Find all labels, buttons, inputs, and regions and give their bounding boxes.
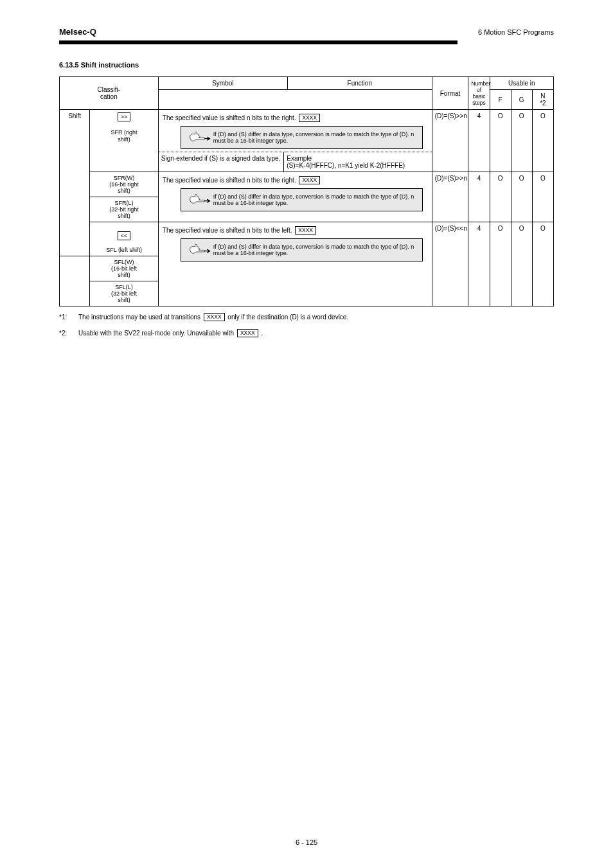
cell-g: O xyxy=(511,172,532,222)
th-usable: Usable in xyxy=(490,77,553,90)
note-text: If (D) and (S) differ in data type, conv… xyxy=(212,193,418,206)
cell-nsteps: 4 xyxy=(468,110,490,172)
footnote: *2: Usable with the SV22 real-mode only.… xyxy=(59,329,554,339)
footnote-text: only if the destination (D) is a word de… xyxy=(227,314,348,321)
th-class: Classifi- cation xyxy=(60,77,159,110)
heavy-rule xyxy=(59,40,458,44)
note-text: If (D) and (S) differ in data type, conv… xyxy=(212,131,418,144)
func-text: The specified value is shifted n bits to… xyxy=(163,114,298,121)
page-number: 6 - 125 xyxy=(0,838,613,846)
sub-left: Sign-extended if (S) is a signed data ty… xyxy=(159,152,284,172)
note-box: If (D) and (S) differ in data type, conv… xyxy=(181,238,423,261)
cell-g: O xyxy=(511,110,532,172)
symbol-label: SFR(W) (16-bit right shift) xyxy=(90,172,158,197)
footnote-mark: *1: xyxy=(59,313,78,323)
cell-n: O xyxy=(532,172,553,222)
xxxx-badge: XXXX xyxy=(204,313,225,321)
cell-format: (D)=(S)>>n xyxy=(432,172,468,222)
cell-n: O xyxy=(532,222,553,306)
xxxx-badge: XXXX xyxy=(299,176,320,184)
footnote: *1: The instructions may be used at tran… xyxy=(59,313,554,323)
table-row: SFR(W) (16-bit right shift) The specifie… xyxy=(60,172,554,197)
cell-f: O xyxy=(490,172,511,222)
func-text: The specified value is shifted n bits to… xyxy=(163,177,298,184)
symbol-label: SFR (right shift) xyxy=(111,129,138,143)
cell-g: O xyxy=(511,222,532,306)
cell-nsteps: 4 xyxy=(468,172,490,222)
th-n: N *2 xyxy=(532,90,553,110)
cell-f: O xyxy=(490,110,511,172)
xxxx-badge: XXXX xyxy=(295,226,316,235)
hand-point-icon xyxy=(185,129,212,146)
th-func: Function xyxy=(287,77,432,90)
footnote-mark: *2: xyxy=(59,329,78,339)
cell-format: (D)=(S)>>n xyxy=(432,110,468,172)
th-symbol: Symbol xyxy=(158,77,287,90)
shift-right-indicator: >> xyxy=(118,112,131,121)
main-table: Classifi- cation Symbol Function Format … xyxy=(59,76,554,306)
xxxx-badge: XXXX xyxy=(237,329,258,337)
cell-f: O xyxy=(490,222,511,306)
func-text: The specified value is shifted n bits to… xyxy=(163,227,294,234)
hand-point-icon xyxy=(185,242,212,258)
symbol-label: SFL(L) (32-bit left shift) xyxy=(90,281,158,306)
note-text: If (D) and (S) differ in data type, conv… xyxy=(212,244,418,256)
table-row: << SFL (left shift) The specified value … xyxy=(60,222,554,256)
header-right: 6 Motion SFC Programs xyxy=(478,28,554,36)
section-title: 6.13.5 Shift instructions xyxy=(59,61,554,69)
symbol-label: SFL (left shift) xyxy=(106,247,142,253)
footnote-text: . xyxy=(261,330,263,337)
sub-right: Example (S)=K-4(HFFFC), n=K1 yield K-2(H… xyxy=(284,152,431,172)
xxxx-badge: XXXX xyxy=(299,114,320,122)
cell-n: O xyxy=(532,110,553,172)
th-nsteps: Number of basic steps xyxy=(468,77,490,110)
th-g: G xyxy=(511,90,532,110)
footnote-text: Usable with the SV22 real-mode only. Una… xyxy=(78,330,236,337)
note-box: If (D) and (S) differ in data type, conv… xyxy=(181,126,423,149)
header-left: Melsec-Q xyxy=(59,27,96,37)
cell-nsteps: 4 xyxy=(468,222,490,306)
symbol-label: SFR(L) (32-bit right shift) xyxy=(90,197,158,222)
th-format: Format xyxy=(432,77,468,110)
note-box: If (D) and (S) differ in data type, conv… xyxy=(181,188,423,211)
hand-point-icon xyxy=(185,191,212,208)
cell-format: (D)=(S)<<n xyxy=(432,222,468,306)
footnote-text: The instructions may be used at transiti… xyxy=(78,314,202,321)
table-row: Shift >> SFR (right shift) The specified… xyxy=(60,110,554,152)
symbol-label: SFL(W) (16-bit left shift) xyxy=(90,256,158,281)
shift-left-indicator: << xyxy=(118,231,131,240)
cell-class: Shift xyxy=(60,110,90,256)
th-f: F xyxy=(490,90,511,110)
